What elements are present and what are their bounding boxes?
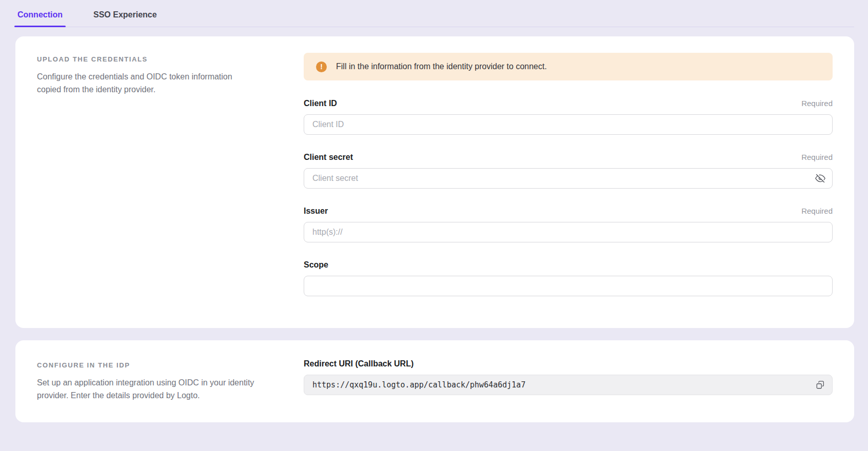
tab-bar: Connection SSO Experience	[15, 0, 854, 27]
section-title: CONFIGURE IN THE IDP	[37, 359, 258, 370]
client-id-required-badge: Required	[801, 98, 833, 109]
client-id-label: Client ID	[304, 98, 337, 109]
eye-off-icon	[815, 173, 825, 183]
redirect-uri-label: Redirect URI (Callback URL)	[304, 359, 413, 369]
issuer-field-row: Issuer Required	[304, 206, 833, 242]
tab-connection[interactable]: Connection	[15, 10, 65, 27]
scope-input[interactable]	[304, 276, 833, 296]
section-title: UPLOAD THE CREDENTIALS	[37, 53, 258, 64]
issuer-required-badge: Required	[801, 206, 833, 216]
scope-label: Scope	[304, 260, 328, 270]
client-secret-field-row: Client secret Required	[304, 152, 833, 189]
client-id-field-row: Client ID Required	[304, 98, 833, 135]
redirect-uri-copy-field: https://qxq19u.logto.app/callback/phw64a…	[304, 375, 833, 395]
toggle-secret-visibility-button[interactable]	[813, 171, 827, 186]
client-secret-required-badge: Required	[801, 152, 833, 162]
redirect-uri-value: https://qxq19u.logto.app/callback/phw64a…	[312, 380, 813, 389]
section-description: Set up an application integration using …	[37, 376, 258, 402]
client-secret-label: Client secret	[304, 152, 353, 162]
credentials-card: UPLOAD THE CREDENTIALS Configure the cre…	[15, 36, 854, 328]
alert-circle-icon: !	[316, 61, 327, 72]
credentials-card-form: ! Fill in the information from the ident…	[304, 53, 833, 296]
section-description: Configure the credentials and OIDC token…	[37, 70, 258, 96]
issuer-input[interactable]	[304, 222, 833, 242]
idp-card-left: CONFIGURE IN THE IDP Set up an applicati…	[37, 359, 258, 402]
client-id-input[interactable]	[304, 114, 833, 135]
idp-card-form: Redirect URI (Callback URL) https://qxq1…	[304, 359, 833, 402]
credentials-card-left: UPLOAD THE CREDENTIALS Configure the cre…	[37, 53, 258, 296]
scope-field-row: Scope	[304, 260, 833, 296]
tab-sso-experience[interactable]: SSO Experience	[91, 10, 159, 27]
idp-card: CONFIGURE IN THE IDP Set up an applicati…	[15, 340, 854, 422]
alert-banner: ! Fill in the information from the ident…	[304, 53, 833, 80]
copy-button[interactable]	[813, 377, 828, 393]
alert-text: Fill in the information from the identit…	[336, 62, 547, 71]
issuer-label: Issuer	[304, 206, 328, 216]
copy-icon	[816, 380, 825, 389]
client-secret-input[interactable]	[304, 168, 833, 189]
